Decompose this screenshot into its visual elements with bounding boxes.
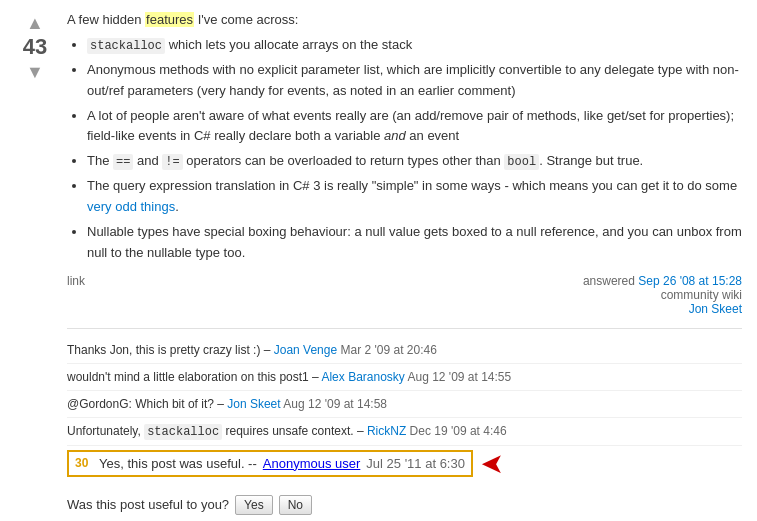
- comment-2: wouldn't mind a little elaboration on th…: [67, 364, 742, 391]
- list-item: A lot of people aren't aware of what eve…: [87, 106, 742, 148]
- list-item: Nullable types have special boxing behav…: [87, 222, 742, 264]
- feature-list: stackalloc which lets you allocate array…: [87, 35, 742, 264]
- anonymous-user-link[interactable]: Anonymous user: [263, 456, 361, 471]
- vote-section: ▲ 43 ▼: [15, 10, 55, 81]
- code-eq: ==: [113, 154, 133, 170]
- commenter-link-1[interactable]: Joan Venge: [274, 343, 337, 357]
- comment-4: Unfortunately, stackalloc requires unsaf…: [67, 418, 742, 446]
- comment-3: @GordonG: Which bit of it? – Jon Skeet A…: [67, 391, 742, 418]
- comments-section: Thanks Jon, this is pretty crazy list :)…: [67, 328, 742, 481]
- author-link[interactable]: Jon Skeet: [689, 302, 742, 316]
- highlighted-comment-date: Jul 25 '11 at 6:30: [366, 456, 465, 471]
- community-wiki-label: community wiki: [661, 288, 742, 302]
- list-item: The query expression translation in C# 3…: [87, 176, 742, 218]
- comment-text-3: @GordonG: Which bit of it? –: [67, 397, 227, 411]
- highlighted-comment: 30 Yes, this post was useful. -- Anonymo…: [67, 450, 473, 477]
- comment-date-4: Dec 19 '09 at 4:46: [410, 424, 507, 438]
- highlighted-comment-text: Yes, this post was useful. --: [99, 456, 257, 471]
- highlight-features: features: [145, 12, 194, 27]
- comment-vote-count: 30: [75, 456, 93, 470]
- list-item: The == and != operators can be overloade…: [87, 151, 742, 172]
- vote-down-button[interactable]: ▼: [26, 63, 44, 81]
- useful-row: Was this post useful to you? Yes No: [67, 489, 742, 515]
- commenter-link-3[interactable]: Jon Skeet: [227, 397, 280, 411]
- commenter-link-4[interactable]: RickNZ: [367, 424, 406, 438]
- code-bool: bool: [504, 154, 539, 170]
- commenter-link-2[interactable]: Alex Baranosky: [321, 370, 404, 384]
- no-button[interactable]: No: [279, 495, 312, 515]
- answered-label: answered: [583, 274, 635, 288]
- comment-text-4a: Unfortunately,: [67, 424, 144, 438]
- link-button[interactable]: link: [67, 274, 85, 288]
- answer-footer-right: answered Sep 26 '08 at 15:28 community w…: [583, 274, 742, 316]
- list-item: Anonymous methods with no explicit param…: [87, 60, 742, 102]
- comment-text-1: Thanks Jon, this is pretty crazy list :)…: [67, 343, 274, 357]
- useful-question-text: Was this post useful to you?: [67, 497, 229, 512]
- list-item: stackalloc which lets you allocate array…: [87, 35, 742, 56]
- answer-footer: link answered Sep 26 '08 at 15:28 commun…: [67, 274, 742, 316]
- comment-date-1: Mar 2 '09 at 20:46: [340, 343, 436, 357]
- comment-text-2: wouldn't mind a little elaboration on th…: [67, 370, 321, 384]
- answer-body: A few hidden features I've come across: …: [67, 10, 742, 515]
- highlighted-comment-row: 30 Yes, this post was useful. -- Anonymo…: [67, 446, 742, 481]
- code-stackalloc-comment: stackalloc: [144, 424, 222, 440]
- comment-1: Thanks Jon, this is pretty crazy list :)…: [67, 337, 742, 364]
- code-stackalloc: stackalloc: [87, 38, 165, 54]
- answer-text: A few hidden features I've come across: …: [67, 10, 742, 264]
- vote-count: 43: [23, 32, 47, 63]
- arrow-container: ➤: [481, 447, 504, 480]
- comment-date-3: Aug 12 '09 at 14:58: [283, 397, 387, 411]
- very-odd-things-link[interactable]: very odd things: [87, 199, 175, 214]
- comment-date-2: Aug 12 '09 at 14:55: [408, 370, 512, 384]
- answer-row: ▲ 43 ▼ A few hidden features I've come a…: [15, 10, 742, 515]
- comment-text-4b: requires unsafe context. –: [222, 424, 367, 438]
- vote-up-button[interactable]: ▲: [26, 14, 44, 32]
- yes-button[interactable]: Yes: [235, 495, 273, 515]
- code-neq: !=: [162, 154, 182, 170]
- answer-date: Sep 26 '08 at 15:28: [638, 274, 742, 288]
- main-container: ▲ 43 ▼ A few hidden features I've come a…: [0, 0, 757, 521]
- answer-footer-left: link: [67, 274, 85, 288]
- red-arrow-icon: ➤: [481, 447, 504, 480]
